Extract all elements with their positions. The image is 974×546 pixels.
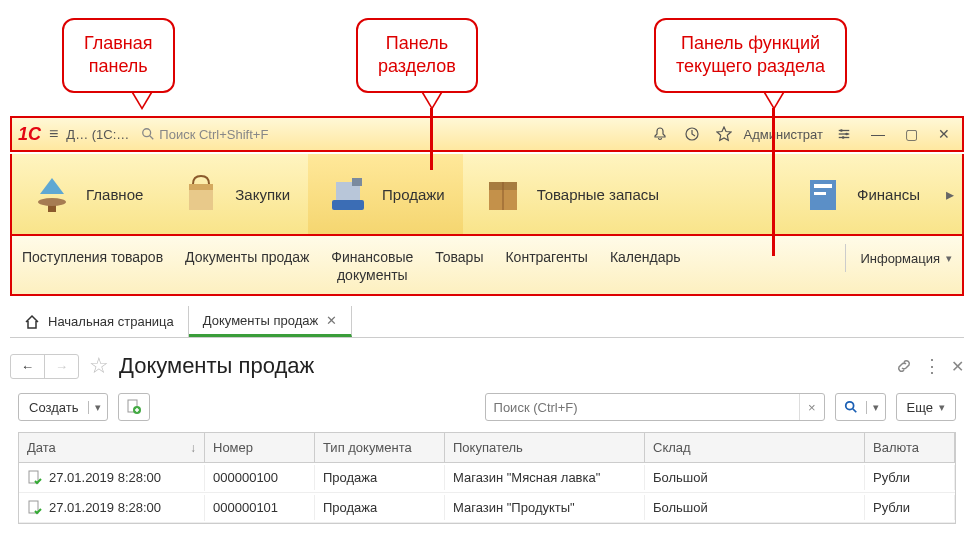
svg-point-26	[845, 402, 853, 410]
content-close-icon[interactable]: ✕	[951, 357, 964, 376]
svg-line-27	[852, 409, 856, 413]
favorite-star-icon[interactable]: ☆	[89, 353, 109, 379]
bell-icon[interactable]	[648, 126, 672, 142]
tabs-row: Начальная страница Документы продаж ✕	[10, 306, 964, 338]
func-financial-docs[interactable]: Финансовые документы	[331, 248, 413, 284]
svg-rect-29	[29, 501, 38, 513]
link-icon[interactable]	[895, 357, 913, 375]
app-title: Д… (1С:…	[66, 127, 129, 142]
func-counterparties[interactable]: Контрагенты	[505, 248, 587, 266]
table-header: Дата↓ Номер Тип документа Покупатель Скл…	[19, 433, 955, 463]
svg-point-7	[845, 133, 848, 136]
func-calendar[interactable]: Календарь	[610, 248, 681, 266]
col-currency[interactable]: Валюта	[865, 433, 955, 462]
svg-rect-21	[814, 192, 826, 195]
nav-back-button[interactable]: ←	[11, 355, 44, 378]
magnifier-icon	[836, 400, 866, 414]
tab-label: Документы продаж	[203, 313, 318, 328]
list-search-field[interactable]: ×	[485, 393, 825, 421]
table-row[interactable]: 27.01.2019 8:28:00 000000101 Продажа Маг…	[19, 493, 955, 523]
chevron-down-icon: ▾	[939, 401, 945, 414]
sections-panel: Главное Закупки Продажи Товарные запасы …	[10, 154, 964, 236]
global-search[interactable]: Поиск Ctrl+Shift+F	[141, 127, 268, 142]
section-purchases[interactable]: Закупки	[161, 154, 308, 234]
action-row: Создать ▾ × ▾ Еще ▾	[18, 390, 956, 424]
svg-point-6	[840, 129, 843, 132]
cell-currency: Рубли	[865, 495, 955, 520]
func-goods-receipts[interactable]: Поступления товаров	[22, 248, 163, 266]
cell-number: 000000100	[205, 465, 315, 490]
svg-rect-20	[814, 184, 832, 188]
tab-home-label: Начальная страница	[48, 314, 174, 329]
documents-table: Дата↓ Номер Тип документа Покупатель Скл…	[18, 432, 956, 524]
nav-buttons: ← →	[10, 354, 79, 379]
section-label: Товарные запасы	[537, 186, 659, 203]
cell-buyer: Магазин "Продукты"	[445, 495, 645, 520]
page-title: Документы продаж	[119, 353, 314, 379]
section-main[interactable]: Главное	[12, 154, 161, 234]
table-row[interactable]: 27.01.2019 8:28:00 000000100 Продажа Маг…	[19, 463, 955, 493]
main-toolbar: 1С ≡ Д… (1С:… Поиск Ctrl+Shift+F Админис…	[10, 116, 964, 152]
sections-next-arrow[interactable]: ▸	[938, 185, 962, 204]
col-warehouse[interactable]: Склад	[645, 433, 865, 462]
search-icon	[141, 127, 155, 141]
func-goods[interactable]: Товары	[435, 248, 483, 266]
tab-sales-docs[interactable]: Документы продаж ✕	[189, 306, 352, 337]
search-clear-icon[interactable]: ×	[799, 394, 824, 420]
tab-home[interactable]: Начальная страница	[10, 306, 189, 337]
col-doc-type[interactable]: Тип документа	[315, 433, 445, 462]
svg-rect-28	[29, 471, 38, 483]
document-plus-icon	[125, 398, 143, 416]
cell-type: Продажа	[315, 465, 445, 490]
section-inventory[interactable]: Товарные запасы	[463, 154, 677, 234]
more-button[interactable]: Еще ▾	[896, 393, 956, 421]
cell-type: Продажа	[315, 495, 445, 520]
tab-close-icon[interactable]: ✕	[326, 313, 337, 328]
logo-1c: 1С	[18, 124, 41, 145]
search-button[interactable]: ▾	[835, 393, 886, 421]
chevron-down-icon: ▾	[946, 252, 952, 265]
star-icon[interactable]	[712, 126, 736, 142]
lamp-icon	[30, 172, 74, 216]
svg-rect-12	[189, 184, 213, 190]
section-finance[interactable]: Финансы	[783, 154, 938, 234]
section-label: Финансы	[857, 186, 920, 203]
minimize-button[interactable]: —	[865, 126, 891, 142]
section-label: Закупки	[235, 186, 290, 203]
home-icon	[24, 314, 40, 330]
list-search-input[interactable]	[486, 400, 799, 415]
user-label[interactable]: Администрат	[744, 127, 823, 142]
col-date[interactable]: Дата↓	[19, 433, 205, 462]
svg-point-10	[38, 198, 66, 206]
callout-functions-panel: Панель функций текущего раздела	[654, 18, 847, 93]
close-button[interactable]: ✕	[932, 126, 956, 142]
callout-sections-panel: Панель разделов	[356, 18, 478, 93]
col-buyer[interactable]: Покупатель	[445, 433, 645, 462]
func-sales-docs[interactable]: Документы продаж	[185, 248, 309, 266]
create-button[interactable]: Создать ▾	[18, 393, 108, 421]
settings-icon[interactable]	[831, 127, 857, 141]
more-dots-icon[interactable]: ⋮	[923, 355, 941, 377]
search-placeholder: Поиск Ctrl+Shift+F	[159, 127, 268, 142]
document-posted-icon	[27, 500, 43, 516]
chevron-down-icon[interactable]: ▾	[866, 401, 885, 414]
content-header: ← → ☆ Документы продаж ⋮ ✕	[10, 346, 964, 386]
cell-date: 27.01.2019 8:28:00	[49, 500, 161, 515]
chevron-down-icon[interactable]: ▾	[88, 401, 107, 414]
section-sales[interactable]: Продажи	[308, 154, 463, 234]
bag-icon	[179, 172, 223, 216]
func-information-dropdown[interactable]: Информация ▾	[845, 244, 952, 272]
more-button-label: Еще	[907, 400, 933, 415]
finance-icon	[801, 172, 845, 216]
sort-indicator-icon: ↓	[190, 441, 196, 455]
svg-point-0	[143, 129, 151, 137]
section-label: Главное	[86, 186, 143, 203]
cell-date: 27.01.2019 8:28:00	[49, 470, 161, 485]
maximize-button[interactable]: ▢	[899, 126, 924, 142]
copy-create-button[interactable]	[118, 393, 150, 421]
history-icon[interactable]	[680, 126, 704, 142]
nav-forward-button[interactable]: →	[44, 355, 78, 378]
hamburger-icon[interactable]: ≡	[49, 125, 58, 143]
create-button-label: Создать	[19, 400, 88, 415]
col-number[interactable]: Номер	[205, 433, 315, 462]
